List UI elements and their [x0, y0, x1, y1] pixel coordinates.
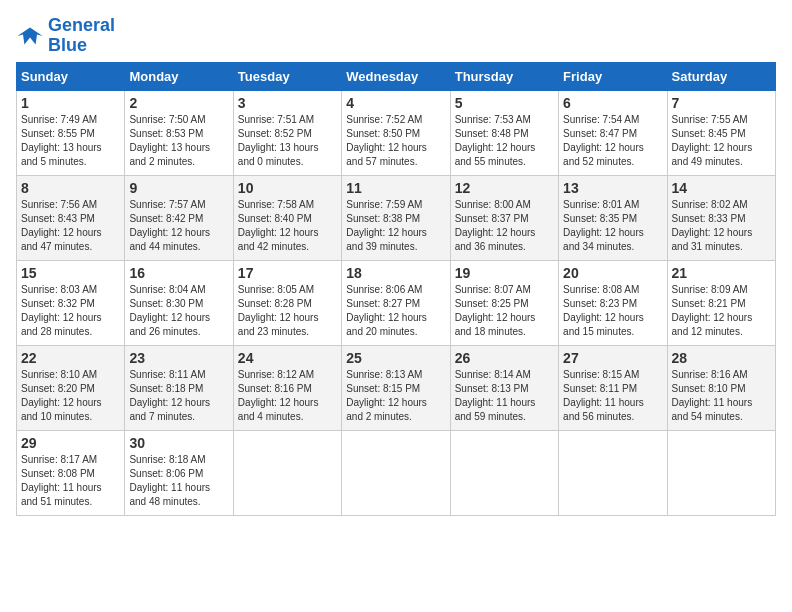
day-number: 27 — [563, 350, 662, 366]
calendar-day-cell: 27Sunrise: 8:15 AMSunset: 8:11 PMDayligh… — [559, 345, 667, 430]
calendar-body: 1Sunrise: 7:49 AMSunset: 8:55 PMDaylight… — [17, 90, 776, 515]
calendar-day-cell: 24Sunrise: 8:12 AMSunset: 8:16 PMDayligh… — [233, 345, 341, 430]
day-detail: Sunrise: 8:04 AMSunset: 8:30 PMDaylight:… — [129, 283, 228, 339]
day-number: 2 — [129, 95, 228, 111]
day-detail: Sunrise: 8:12 AMSunset: 8:16 PMDaylight:… — [238, 368, 337, 424]
day-number: 8 — [21, 180, 120, 196]
calendar-day-cell: 25Sunrise: 8:13 AMSunset: 8:15 PMDayligh… — [342, 345, 450, 430]
day-detail: Sunrise: 7:56 AMSunset: 8:43 PMDaylight:… — [21, 198, 120, 254]
calendar-day-cell: 12Sunrise: 8:00 AMSunset: 8:37 PMDayligh… — [450, 175, 558, 260]
day-number: 16 — [129, 265, 228, 281]
day-number: 14 — [672, 180, 771, 196]
calendar-day-cell — [342, 430, 450, 515]
day-detail: Sunrise: 8:02 AMSunset: 8:33 PMDaylight:… — [672, 198, 771, 254]
calendar-day-cell: 20Sunrise: 8:08 AMSunset: 8:23 PMDayligh… — [559, 260, 667, 345]
day-detail: Sunrise: 8:06 AMSunset: 8:27 PMDaylight:… — [346, 283, 445, 339]
calendar-day-cell: 15Sunrise: 8:03 AMSunset: 8:32 PMDayligh… — [17, 260, 125, 345]
day-number: 23 — [129, 350, 228, 366]
logo-general: General — [48, 15, 115, 35]
calendar-table: SundayMondayTuesdayWednesdayThursdayFrid… — [16, 62, 776, 516]
weekday-header: Saturday — [667, 62, 775, 90]
calendar-day-cell: 10Sunrise: 7:58 AMSunset: 8:40 PMDayligh… — [233, 175, 341, 260]
day-detail: Sunrise: 8:09 AMSunset: 8:21 PMDaylight:… — [672, 283, 771, 339]
day-number: 28 — [672, 350, 771, 366]
calendar-day-cell: 2Sunrise: 7:50 AMSunset: 8:53 PMDaylight… — [125, 90, 233, 175]
day-detail: Sunrise: 8:14 AMSunset: 8:13 PMDaylight:… — [455, 368, 554, 424]
day-detail: Sunrise: 8:10 AMSunset: 8:20 PMDaylight:… — [21, 368, 120, 424]
weekday-header: Wednesday — [342, 62, 450, 90]
logo-text: General Blue — [48, 16, 115, 56]
day-detail: Sunrise: 8:05 AMSunset: 8:28 PMDaylight:… — [238, 283, 337, 339]
calendar-day-cell: 8Sunrise: 7:56 AMSunset: 8:43 PMDaylight… — [17, 175, 125, 260]
calendar-day-cell: 30Sunrise: 8:18 AMSunset: 8:06 PMDayligh… — [125, 430, 233, 515]
weekday-row: SundayMondayTuesdayWednesdayThursdayFrid… — [17, 62, 776, 90]
day-detail: Sunrise: 7:59 AMSunset: 8:38 PMDaylight:… — [346, 198, 445, 254]
day-detail: Sunrise: 7:51 AMSunset: 8:52 PMDaylight:… — [238, 113, 337, 169]
calendar-week-row: 1Sunrise: 7:49 AMSunset: 8:55 PMDaylight… — [17, 90, 776, 175]
calendar-week-row: 8Sunrise: 7:56 AMSunset: 8:43 PMDaylight… — [17, 175, 776, 260]
day-number: 24 — [238, 350, 337, 366]
logo: General Blue — [16, 16, 115, 56]
calendar-day-cell: 23Sunrise: 8:11 AMSunset: 8:18 PMDayligh… — [125, 345, 233, 430]
day-number: 3 — [238, 95, 337, 111]
calendar-day-cell: 28Sunrise: 8:16 AMSunset: 8:10 PMDayligh… — [667, 345, 775, 430]
day-number: 11 — [346, 180, 445, 196]
day-detail: Sunrise: 8:15 AMSunset: 8:11 PMDaylight:… — [563, 368, 662, 424]
day-detail: Sunrise: 8:03 AMSunset: 8:32 PMDaylight:… — [21, 283, 120, 339]
calendar-week-row: 22Sunrise: 8:10 AMSunset: 8:20 PMDayligh… — [17, 345, 776, 430]
day-detail: Sunrise: 8:16 AMSunset: 8:10 PMDaylight:… — [672, 368, 771, 424]
calendar-week-row: 29Sunrise: 8:17 AMSunset: 8:08 PMDayligh… — [17, 430, 776, 515]
day-detail: Sunrise: 7:52 AMSunset: 8:50 PMDaylight:… — [346, 113, 445, 169]
day-detail: Sunrise: 8:18 AMSunset: 8:06 PMDaylight:… — [129, 453, 228, 509]
day-number: 21 — [672, 265, 771, 281]
calendar-day-cell: 14Sunrise: 8:02 AMSunset: 8:33 PMDayligh… — [667, 175, 775, 260]
day-detail: Sunrise: 8:08 AMSunset: 8:23 PMDaylight:… — [563, 283, 662, 339]
day-detail: Sunrise: 7:57 AMSunset: 8:42 PMDaylight:… — [129, 198, 228, 254]
day-number: 4 — [346, 95, 445, 111]
svg-marker-0 — [17, 27, 42, 44]
calendar-day-cell: 26Sunrise: 8:14 AMSunset: 8:13 PMDayligh… — [450, 345, 558, 430]
calendar-day-cell: 18Sunrise: 8:06 AMSunset: 8:27 PMDayligh… — [342, 260, 450, 345]
day-number: 17 — [238, 265, 337, 281]
day-detail: Sunrise: 7:50 AMSunset: 8:53 PMDaylight:… — [129, 113, 228, 169]
calendar-day-cell — [450, 430, 558, 515]
logo-icon — [16, 22, 44, 50]
weekday-header: Thursday — [450, 62, 558, 90]
calendar-day-cell: 4Sunrise: 7:52 AMSunset: 8:50 PMDaylight… — [342, 90, 450, 175]
weekday-header: Tuesday — [233, 62, 341, 90]
calendar-day-cell: 29Sunrise: 8:17 AMSunset: 8:08 PMDayligh… — [17, 430, 125, 515]
day-detail: Sunrise: 8:00 AMSunset: 8:37 PMDaylight:… — [455, 198, 554, 254]
day-number: 12 — [455, 180, 554, 196]
day-detail: Sunrise: 7:58 AMSunset: 8:40 PMDaylight:… — [238, 198, 337, 254]
day-detail: Sunrise: 7:55 AMSunset: 8:45 PMDaylight:… — [672, 113, 771, 169]
calendar-day-cell: 7Sunrise: 7:55 AMSunset: 8:45 PMDaylight… — [667, 90, 775, 175]
calendar-day-cell — [233, 430, 341, 515]
day-number: 13 — [563, 180, 662, 196]
day-detail: Sunrise: 8:07 AMSunset: 8:25 PMDaylight:… — [455, 283, 554, 339]
calendar-day-cell: 9Sunrise: 7:57 AMSunset: 8:42 PMDaylight… — [125, 175, 233, 260]
calendar-day-cell: 19Sunrise: 8:07 AMSunset: 8:25 PMDayligh… — [450, 260, 558, 345]
day-detail: Sunrise: 7:54 AMSunset: 8:47 PMDaylight:… — [563, 113, 662, 169]
day-number: 1 — [21, 95, 120, 111]
day-number: 9 — [129, 180, 228, 196]
calendar-day-cell: 6Sunrise: 7:54 AMSunset: 8:47 PMDaylight… — [559, 90, 667, 175]
day-detail: Sunrise: 7:53 AMSunset: 8:48 PMDaylight:… — [455, 113, 554, 169]
day-number: 5 — [455, 95, 554, 111]
day-detail: Sunrise: 8:01 AMSunset: 8:35 PMDaylight:… — [563, 198, 662, 254]
day-number: 15 — [21, 265, 120, 281]
day-number: 26 — [455, 350, 554, 366]
calendar-day-cell — [559, 430, 667, 515]
calendar-week-row: 15Sunrise: 8:03 AMSunset: 8:32 PMDayligh… — [17, 260, 776, 345]
weekday-header: Monday — [125, 62, 233, 90]
day-number: 6 — [563, 95, 662, 111]
day-detail: Sunrise: 8:13 AMSunset: 8:15 PMDaylight:… — [346, 368, 445, 424]
logo-blue: Blue — [48, 35, 87, 55]
day-number: 25 — [346, 350, 445, 366]
calendar-day-cell: 17Sunrise: 8:05 AMSunset: 8:28 PMDayligh… — [233, 260, 341, 345]
calendar-day-cell: 13Sunrise: 8:01 AMSunset: 8:35 PMDayligh… — [559, 175, 667, 260]
calendar-day-cell: 16Sunrise: 8:04 AMSunset: 8:30 PMDayligh… — [125, 260, 233, 345]
day-number: 20 — [563, 265, 662, 281]
day-number: 19 — [455, 265, 554, 281]
weekday-header: Friday — [559, 62, 667, 90]
day-number: 22 — [21, 350, 120, 366]
